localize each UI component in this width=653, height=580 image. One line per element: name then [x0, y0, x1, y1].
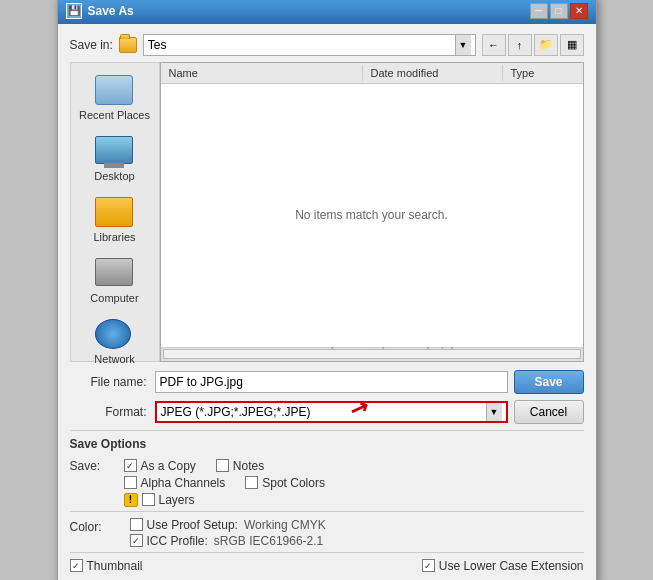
desktop-icon [95, 136, 135, 168]
use-proof-setup-value: Working CMYK [244, 518, 326, 532]
content-area: Recent Places Desktop Libraries [70, 62, 584, 362]
title-buttons: ─ □ ✕ [530, 3, 588, 19]
lower-case-label: Use Lower Case Extension [439, 559, 584, 573]
sidebar-item-recent-places[interactable]: Recent Places [75, 71, 155, 126]
sidebar-item-label: Desktop [94, 170, 134, 183]
empty-message: No items match your search. [295, 208, 448, 222]
use-proof-setup-checkbox[interactable] [130, 518, 143, 531]
save-in-label: Save in: [70, 38, 113, 52]
dialog-icon: 💾 [66, 3, 82, 19]
sidebar-item-desktop[interactable]: Desktop [75, 132, 155, 187]
file-name-input[interactable] [155, 371, 508, 393]
warning-icon: ! [124, 493, 138, 507]
save-button[interactable]: Save [514, 370, 584, 394]
up-button[interactable]: ↑ [508, 34, 532, 56]
icc-profile-checkbox[interactable] [130, 534, 143, 547]
folder-icon [119, 37, 137, 53]
back-button[interactable]: ← [482, 34, 506, 56]
color-section: Color: Use Proof Setup: Working CMYK ICC… [70, 511, 584, 548]
color-options: Use Proof Setup: Working CMYK ICC Profil… [130, 518, 326, 548]
thumbnail-checkbox[interactable] [70, 559, 83, 572]
thumbnail-label: Thumbnail [87, 559, 143, 573]
sidebar-item-label: Network [94, 353, 134, 366]
sidebar-item-computer[interactable]: Computer [75, 254, 155, 309]
col-header-name[interactable]: Name [161, 65, 363, 81]
save-in-row: Save in: Tes ▼ ← ↑ 📁 ▦ [70, 34, 584, 56]
combo-dropdown-arrow[interactable]: ▼ [455, 35, 471, 55]
sidebar-item-label: Libraries [93, 231, 135, 244]
bottom-area: File name: Save Format: JPEG (*.JPG;*.JP… [70, 362, 584, 573]
view-icon: ▦ [567, 38, 577, 51]
footer-left: Thumbnail [70, 559, 143, 573]
col-header-date[interactable]: Date modified [363, 65, 503, 81]
dialog-body: Save in: Tes ▼ ← ↑ 📁 ▦ [58, 24, 596, 581]
format-combo[interactable]: JPEG (*.JPG;*.JPEG;*.JPE) ▼ [155, 401, 508, 423]
checkbox-alpha[interactable]: Alpha Channels [124, 476, 226, 490]
save-options: Save Options Save: As a Copy Notes [70, 430, 584, 507]
save-in-combo[interactable]: Tes ▼ [143, 34, 476, 56]
title-bar: 💾 Save As ─ □ ✕ [58, 0, 596, 24]
file-list: Name Date modified Type No items match y… [160, 62, 584, 362]
col-header-type[interactable]: Type [503, 65, 583, 81]
format-value: JPEG (*.JPG;*.JPEG;*.JPE) [161, 405, 486, 419]
as-copy-checkbox[interactable] [124, 459, 137, 472]
color-row: Color: Use Proof Setup: Working CMYK ICC… [70, 518, 584, 548]
save-as-dialog: 💾 Save As ─ □ ✕ Save in: Tes ▼ ← ↑ [57, 0, 597, 580]
format-row: Format: JPEG (*.JPG;*.JPEG;*.JPE) ▼ Canc… [70, 400, 584, 424]
save-label: Save: [70, 459, 120, 473]
checkbox-thumbnail[interactable]: Thumbnail [70, 559, 143, 573]
format-label: Format: [70, 405, 155, 419]
file-name-row: File name: Save [70, 370, 584, 394]
bottom-footer: Thumbnail Use Lower Case Extension [70, 552, 584, 573]
cancel-button[interactable]: Cancel [514, 400, 584, 424]
checkbox-layers[interactable]: Layers [142, 493, 195, 507]
scrollbar-track[interactable] [163, 349, 581, 359]
save-options-title: Save Options [70, 437, 147, 451]
file-name-label: File name: [70, 375, 155, 389]
format-dropdown-arrow[interactable]: ▼ [486, 403, 502, 421]
lower-case-checkbox[interactable] [422, 559, 435, 572]
alpha-label: Alpha Channels [141, 476, 226, 490]
file-list-body: No items match your search. [161, 84, 583, 347]
computer-icon [95, 258, 135, 290]
new-folder-button[interactable]: 📁 [534, 34, 558, 56]
icc-profile-item: ICC Profile: sRGB IEC61966-2.1 [130, 534, 326, 548]
icc-profile-label: ICC Profile: [147, 534, 208, 548]
notes-checkbox[interactable] [216, 459, 229, 472]
spot-colors-checkbox[interactable] [245, 476, 258, 489]
libraries-icon [95, 197, 135, 229]
spot-colors-label: Spot Colors [262, 476, 325, 490]
sidebar-item-label: Computer [90, 292, 138, 305]
checkbox-as-copy[interactable]: As a Copy [124, 459, 196, 473]
checkbox-lower-case[interactable]: Use Lower Case Extension [422, 559, 584, 573]
horizontal-scrollbar[interactable] [161, 347, 583, 361]
sidebar-item-libraries[interactable]: Libraries [75, 193, 155, 248]
icc-profile-value: sRGB IEC61966-2.1 [214, 534, 323, 548]
back-icon: ← [488, 39, 499, 51]
checkbox-spot-colors[interactable]: Spot Colors [245, 476, 325, 490]
sidebar-item-label: Recent Places [79, 109, 150, 122]
footer-right: Use Lower Case Extension [422, 559, 584, 573]
view-button[interactable]: ▦ [560, 34, 584, 56]
color-label: Color: [70, 518, 130, 534]
up-icon: ↑ [517, 39, 523, 51]
use-proof-setup-label: Use Proof Setup: [147, 518, 238, 532]
sidebar-item-network[interactable]: Network [75, 315, 155, 370]
sidebar: Recent Places Desktop Libraries [70, 62, 160, 362]
close-button[interactable]: ✕ [570, 3, 588, 19]
maximize-button[interactable]: □ [550, 3, 568, 19]
recent-places-icon [95, 75, 135, 107]
use-proof-setup-item: Use Proof Setup: Working CMYK [130, 518, 326, 532]
checkbox-notes[interactable]: Notes [216, 459, 264, 473]
title-bar-left: 💾 Save As [66, 3, 134, 19]
notes-label: Notes [233, 459, 264, 473]
as-copy-label: As a Copy [141, 459, 196, 473]
file-list-header: Name Date modified Type [161, 63, 583, 84]
alpha-checkbox[interactable] [124, 476, 137, 489]
layers-checkbox[interactable] [142, 493, 155, 506]
toolbar-buttons: ← ↑ 📁 ▦ [482, 34, 584, 56]
network-icon [95, 319, 135, 351]
minimize-button[interactable]: ─ [530, 3, 548, 19]
save-in-value: Tes [148, 38, 167, 52]
dialog-title: Save As [88, 4, 134, 18]
